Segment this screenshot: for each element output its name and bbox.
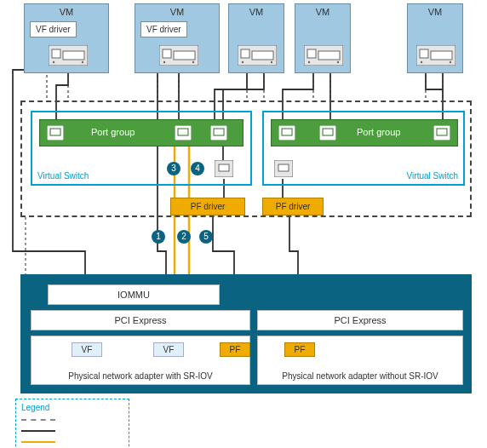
svg-rect-8 (163, 49, 171, 58)
svg-rect-14 (252, 51, 273, 60)
vm-label: VM (135, 4, 219, 20)
vf-box-2: VF (153, 342, 184, 357)
legend-box: Legend (15, 399, 129, 448)
port-group-label: Port group (91, 127, 135, 137)
svg-rect-9 (174, 51, 195, 60)
badge-1: 1 (152, 230, 165, 244)
port-icon (433, 125, 450, 141)
port-group-label: Port group (357, 127, 400, 137)
pf-box-2: PF (284, 342, 315, 357)
port-icon (175, 125, 192, 141)
pf-driver-2: PF driver (262, 198, 324, 215)
svg-rect-18 (307, 49, 316, 58)
vf-box-1: VF (72, 342, 102, 357)
badge-3: 3 (167, 162, 180, 175)
svg-rect-13 (241, 49, 249, 58)
vm-1: VM VF driver (24, 3, 109, 73)
svg-point-25 (421, 61, 422, 63)
svg-rect-3 (52, 49, 60, 58)
svg-point-15 (242, 61, 244, 63)
svg-point-6 (82, 61, 83, 63)
svg-rect-29 (175, 125, 192, 141)
pf-driver-1: PF driver (170, 198, 245, 215)
nic-icon (238, 45, 277, 66)
badge-5: 5 (199, 230, 213, 244)
svg-point-10 (163, 61, 165, 63)
badge-2: 2 (177, 230, 191, 244)
vswitch-label: Virtual Switch (407, 171, 458, 181)
svg-rect-37 (319, 125, 336, 141)
vm-label: VM (295, 4, 350, 20)
svg-rect-35 (278, 125, 295, 141)
adapter-with-sriov: Physical network adapter with SR-IOV (31, 336, 250, 385)
vswitch-label: Virtual Switch (37, 171, 89, 181)
vm-label: VM (229, 4, 284, 20)
port-icon (319, 125, 336, 141)
legend-row-orange (21, 438, 123, 446)
uplink-port-icon (215, 160, 233, 177)
vm-3: VM (228, 3, 284, 73)
nic-icon (416, 45, 455, 66)
uplink-port-icon (274, 160, 293, 177)
vm-5: VM (407, 3, 463, 73)
svg-rect-34 (219, 164, 229, 171)
legend-row-solid (21, 427, 123, 435)
diagram-canvas: VM VF driver VM VF driver VM VM VM Virtu… (0, 0, 487, 448)
svg-point-26 (450, 61, 451, 63)
nic-icon (159, 45, 198, 66)
vf-driver-box: VF driver (30, 21, 77, 37)
svg-rect-4 (63, 51, 84, 60)
vm-label: VM (408, 4, 462, 20)
iommu-box: IOMMU (48, 284, 220, 305)
nic-icon (304, 45, 343, 66)
vm-2: VM VF driver (135, 3, 220, 73)
vf-driver-box: VF driver (140, 21, 187, 37)
legend-title: Legend (21, 403, 123, 412)
svg-rect-31 (210, 125, 227, 141)
svg-point-11 (192, 61, 194, 63)
svg-point-20 (308, 61, 310, 63)
port-group-2: Port group (271, 119, 458, 146)
vm-4: VM (295, 3, 351, 73)
legend-row-dashed (21, 416, 123, 424)
pci-express-right: PCI Express (257, 310, 463, 330)
pf-box-1: PF (220, 342, 250, 357)
svg-rect-24 (431, 51, 452, 60)
svg-rect-27 (47, 125, 64, 141)
port-group-1: Port group (39, 119, 244, 146)
port-icon (47, 125, 64, 141)
svg-rect-19 (318, 51, 340, 60)
port-icon (210, 125, 227, 141)
pci-express-left: PCI Express (31, 310, 250, 330)
svg-rect-39 (433, 125, 450, 141)
svg-point-21 (337, 61, 339, 63)
port-icon (278, 125, 295, 141)
svg-point-5 (53, 61, 54, 63)
vm-label: VM (25, 4, 108, 20)
svg-rect-23 (420, 49, 428, 58)
nic-icon (49, 45, 88, 66)
svg-rect-42 (278, 164, 289, 171)
svg-point-16 (271, 61, 272, 63)
badge-4: 4 (191, 162, 204, 175)
